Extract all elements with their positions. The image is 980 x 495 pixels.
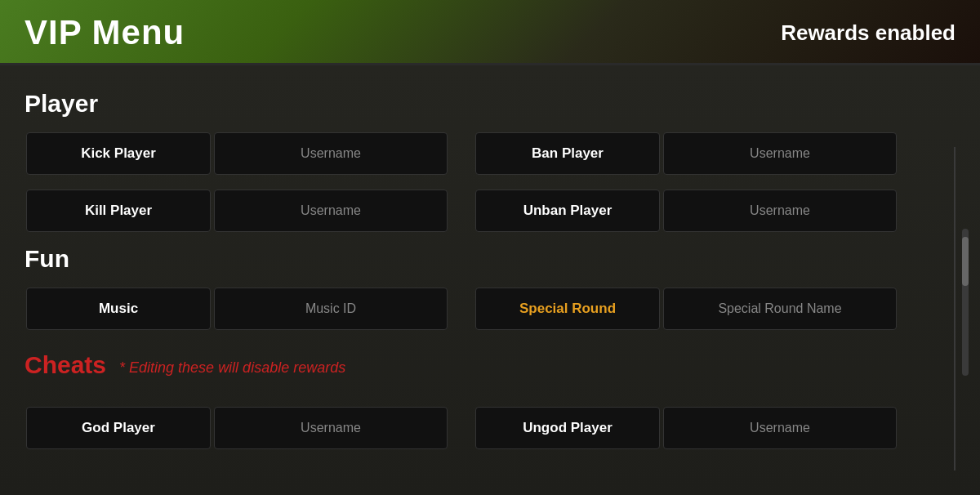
header: VIP Menu Rewards enabled: [0, 0, 980, 65]
header-title: VIP Menu: [24, 13, 185, 52]
music-id-input[interactable]: Music ID: [214, 288, 448, 330]
god-player-button[interactable]: God Player: [26, 407, 211, 449]
player-row-2: Kill Player Username Unban Player Userna…: [24, 188, 956, 234]
cheats-section: Cheats * Editing these will disable rewa…: [24, 343, 956, 451]
kill-player-button[interactable]: Kill Player: [26, 190, 211, 232]
main-content: Player Kick Player Username Ban Player U…: [0, 65, 980, 495]
fun-row-1: Music Music ID Special Round Special Rou…: [24, 286, 956, 332]
cheats-warning: * Editing these will disable rewards: [119, 359, 345, 377]
special-round-button[interactable]: Special Round: [475, 288, 660, 330]
fun-section-title: Fun: [24, 245, 956, 273]
music-button[interactable]: Music: [26, 288, 211, 330]
player-section: Player Kick Player Username Ban Player U…: [24, 90, 956, 234]
player-row-1: Kick Player Username Ban Player Username: [24, 131, 956, 176]
fun-section: Fun Music Music ID Special Round Special…: [24, 245, 956, 332]
god-player-username-input[interactable]: Username: [214, 407, 448, 449]
special-round-name-input[interactable]: Special Round Name: [663, 288, 897, 330]
unban-player-button[interactable]: Unban Player: [475, 190, 660, 232]
ungod-player-username-input[interactable]: Username: [663, 407, 897, 449]
scrollbar[interactable]: [962, 229, 969, 376]
cheats-section-title: Cheats: [24, 351, 106, 379]
ban-player-username-input[interactable]: Username: [663, 132, 897, 175]
kill-player-username-input[interactable]: Username: [214, 190, 448, 232]
ungod-player-button[interactable]: Ungod Player: [475, 407, 660, 449]
divider-line: [954, 147, 956, 470]
kick-player-username-input[interactable]: Username: [214, 132, 448, 175]
scrollbar-thumb[interactable]: [962, 237, 969, 286]
player-section-title: Player: [24, 90, 956, 118]
cheats-row-1: God Player Username Ungod Player Usernam…: [24, 405, 956, 451]
kick-player-button[interactable]: Kick Player: [26, 132, 211, 175]
header-status: Rewards enabled: [781, 20, 956, 46]
unban-player-username-input[interactable]: Username: [663, 190, 897, 232]
cheats-header-row: Cheats * Editing these will disable rewa…: [24, 343, 956, 392]
ban-player-button[interactable]: Ban Player: [475, 132, 660, 175]
